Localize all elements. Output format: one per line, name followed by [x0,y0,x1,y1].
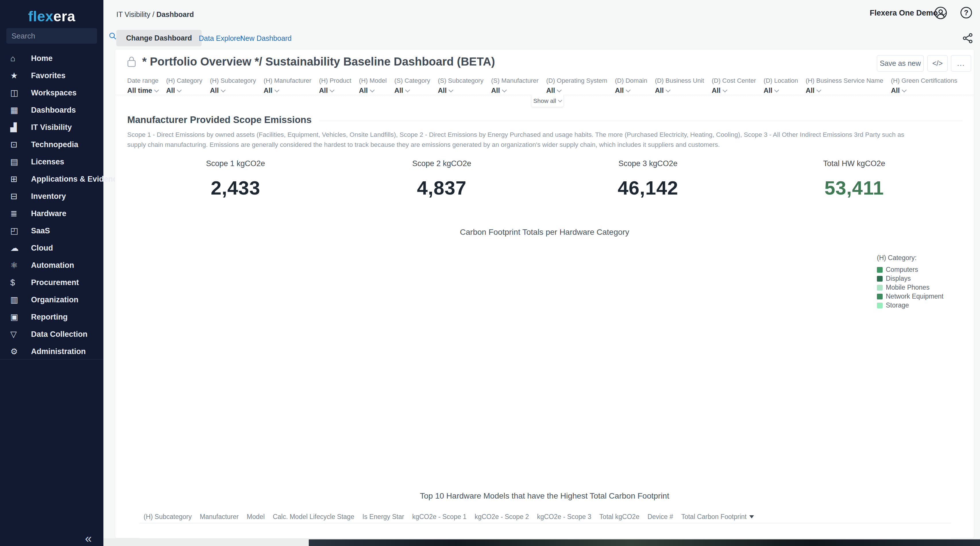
sidebar-item[interactable]: ⊟ Inventory [0,188,103,205]
filter-value[interactable]: All [210,86,256,94]
embed-code-button[interactable]: </> [928,55,948,72]
filter-item[interactable]: (H) Manufacturer All [264,77,311,94]
filter-item[interactable]: (H) Subcategory All [210,77,256,94]
legend-label: Computers [886,266,918,274]
filter-item[interactable]: (H) Product All [319,77,351,94]
filter-item[interactable]: (D) Business Unit All [655,77,704,94]
sidebar-item[interactable]: ⚛ Automation [0,257,103,274]
save-as-new-button[interactable]: Save as new [877,55,924,72]
dashboard-card: * Portfolio Overview */ Sustainability B… [115,49,974,538]
filter-label: (S) Subcategory [438,77,484,85]
table-header-cell[interactable]: Device # [643,513,677,521]
search-input[interactable] [11,31,108,41]
help-icon[interactable]: ? [961,7,972,18]
share-icon[interactable] [962,32,974,44]
legend-item[interactable]: Displays [877,274,943,283]
new-dashboard-link[interactable]: New Dashboard [240,34,291,43]
filter-item[interactable]: (D) Operating System All [546,77,608,94]
filter-value[interactable]: All [615,86,647,94]
filter-item[interactable]: (S) Subcategory All [438,77,484,94]
more-options-button[interactable]: ... [951,55,971,72]
filter-value[interactable]: All [806,86,883,94]
filter-value[interactable]: All [359,86,387,94]
table-header-cell[interactable]: Is Energy Star [358,513,408,521]
legend-item[interactable]: Network Equipment [877,292,943,301]
sidebar-item[interactable]: ⊡ Technopedia [0,136,103,153]
sidebar-item[interactable]: ▣ Reporting [0,308,103,326]
table-header-cell[interactable]: (H) Subcategory [140,513,196,521]
filter-value[interactable]: All [264,86,311,94]
change-dashboard-button[interactable]: Change Dashboard [116,30,202,46]
filter-value[interactable]: All [546,86,608,94]
table-header-cell[interactable]: Total Carbon Footprint [677,513,758,521]
sidebar-item-label: Procurement [31,278,79,287]
filter-item[interactable]: (H) Green Certifications All [891,77,957,94]
filter-value[interactable]: All [319,86,351,94]
sidebar-item-label: Organization [31,295,78,304]
table-header-cell[interactable]: kgCO2e - Scope 1 [408,513,471,521]
filter-value[interactable]: All [491,86,539,94]
filter-item[interactable]: Date range All time [127,77,159,94]
legend-item[interactable]: Storage [877,301,943,310]
sidebar-item[interactable]: ▟ IT Visibility [0,119,103,136]
sidebar-search[interactable] [6,28,97,44]
sidebar-item[interactable]: ⌂ Home [0,50,103,67]
filter-label: (H) Product [319,77,351,85]
sidebar-item[interactable]: ⊞ Applications & Evidence [0,171,103,188]
emissions-section-header: Manufacturer Provided Scope Emissions [127,114,963,125]
sidebar-collapse-icon[interactable]: « [85,532,92,545]
table-header-cell[interactable]: Calc. Model Lifecycle Stage [269,513,358,521]
filter-item[interactable]: (D) Location All [764,77,798,94]
legend-item[interactable]: Mobile Phones [877,283,943,292]
sidebar-item[interactable]: ▦ Dashboards [0,101,103,119]
filter-value[interactable]: All [395,86,430,94]
filter-label: (D) Operating System [546,77,608,85]
sidebar-divider [0,359,103,359]
filter-item[interactable]: (H) Model All [359,77,387,94]
filter-value[interactable]: All [891,86,957,94]
sidebar-item[interactable]: ⚙ Administration [0,343,103,360]
sidebar-item[interactable]: ★ Favorites [0,67,103,84]
treemap-block[interactable]: Load Balancers (493.6 kgCO2e) [138,251,243,261]
table-cell [204,523,212,539]
sidebar-item[interactable]: ◰ SaaS [0,222,103,239]
filter-item[interactable]: (S) Category All [395,77,430,94]
data-explorer-link[interactable]: Data Explorer [199,34,243,43]
table-header-cell[interactable]: kgCO2e - Scope 3 [533,513,595,521]
table-header-cell[interactable]: Manufacturer [196,513,243,521]
account-icon[interactable] [934,6,947,19]
table-header-cell[interactable]: kgCO2e - Scope 2 [471,513,533,521]
sidebar-item[interactable]: ▥ Organization [0,291,103,308]
table-header-cell[interactable]: Model [243,513,269,521]
filter-value[interactable]: All [166,86,202,94]
table-body [140,523,951,539]
table-header-cell[interactable]: Total kgCO2e [595,513,643,521]
legend-swatch [877,276,883,282]
sidebar-item[interactable]: ≣ Hardware [0,205,103,222]
filter-item[interactable]: (D) Cost Center All [712,77,756,94]
sidebar-item[interactable]: ▽ Data Collection [0,326,103,343]
search-icon[interactable] [108,32,117,40]
sidebar-item[interactable]: $ Procurement [0,274,103,291]
treemap-block-label: Load Balancers (493.6 kgCO2e) [139,252,242,260]
filter-item[interactable]: (H) Category All [166,77,202,94]
sidebar-item[interactable]: ▤ Licenses [0,153,103,171]
show-all-button[interactable]: Show all [531,95,564,107]
sidebar-item[interactable]: ☁ Cloud [0,239,103,257]
filter-item[interactable]: (H) Business Service Name All [806,77,883,94]
chevron-down-icon [816,88,821,93]
filter-item[interactable]: (S) Manufacturer All [491,77,539,94]
sidebar-item[interactable]: ◫ Workspaces [0,84,103,101]
filter-value[interactable]: All [764,86,798,94]
filter-value[interactable]: All [655,86,704,94]
sidebar-item-label: Automation [31,261,74,270]
filter-value[interactable]: All time [127,86,159,94]
breadcrumb-section[interactable]: IT Visibility [116,10,151,18]
filter-value[interactable]: All [712,86,756,94]
filter-value[interactable]: All [438,86,484,94]
table-row[interactable] [140,523,951,539]
legend-item[interactable]: Computers [877,265,943,274]
legend-label: Displays [886,275,911,283]
filter-item[interactable]: (D) Domain All [615,77,647,94]
treemap-block[interactable] [138,251,144,252]
